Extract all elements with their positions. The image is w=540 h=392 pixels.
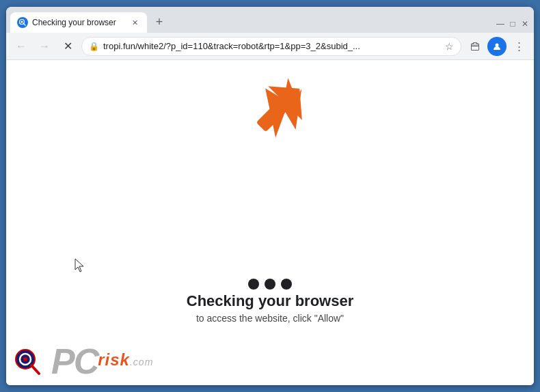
tab-title: Checking your browser [32,18,125,27]
maximize-button[interactable]: □ [508,19,517,29]
watermark: PC risk.com [6,337,191,385]
svg-line-10 [31,365,39,374]
loading-dots [248,279,292,290]
reload-button[interactable]: ✕ [58,37,77,56]
pc-text: PC [51,344,98,379]
tab-close-button[interactable]: ✕ [129,17,140,28]
new-tab-button[interactable]: + [150,12,169,31]
dot-1 [248,279,259,290]
svg-line-2 [24,24,26,26]
lock-icon: 🔒 [89,42,99,51]
minimize-button[interactable]: — [496,19,505,29]
page-subtext: to access the website, click "Allow" [187,313,354,324]
profile-button[interactable] [487,37,507,56]
svg-point-3 [496,43,499,46]
pcrisk-logo: PC risk.com [51,344,153,379]
dot-2 [265,279,275,290]
orange-arrow [249,74,311,145]
title-bar: Checking your browser ✕ + — □ ✕ [6,7,534,33]
menu-button[interactable]: ⋮ [509,37,528,56]
toolbar-icons: ⋮ [465,37,528,56]
tab-favicon [17,17,28,28]
browser-tab[interactable]: Checking your browser ✕ [10,12,147,33]
toolbar: ← → ✕ 🔒 tropi.fun/white2/?p_id=110&track… [6,33,534,60]
browser-window: Checking your browser ✕ + — □ ✕ ← → ✕ 🔒 … [6,7,534,385]
pcrisk-icon [12,344,46,378]
window-controls: — □ ✕ [496,19,530,29]
risk-text: risk.com [98,352,153,368]
url-text: tropi.fun/white2/?p_id=110&track=robot&r… [103,41,441,51]
svg-point-9 [23,357,27,361]
svg-point-1 [21,21,23,23]
check-message: Checking your browser to access the webs… [187,292,354,324]
page-heading: Checking your browser [187,292,354,310]
forward-button[interactable]: → [35,37,54,56]
extensions-button[interactable] [465,37,485,56]
back-button[interactable]: ← [12,37,31,56]
page-content: Checking your browser to access the webs… [6,60,534,385]
bookmark-icon[interactable]: ☆ [445,41,454,52]
close-button[interactable]: ✕ [520,19,530,29]
dot-3 [281,279,292,290]
address-bar[interactable]: 🔒 tropi.fun/white2/?p_id=110&track=robot… [81,37,461,56]
